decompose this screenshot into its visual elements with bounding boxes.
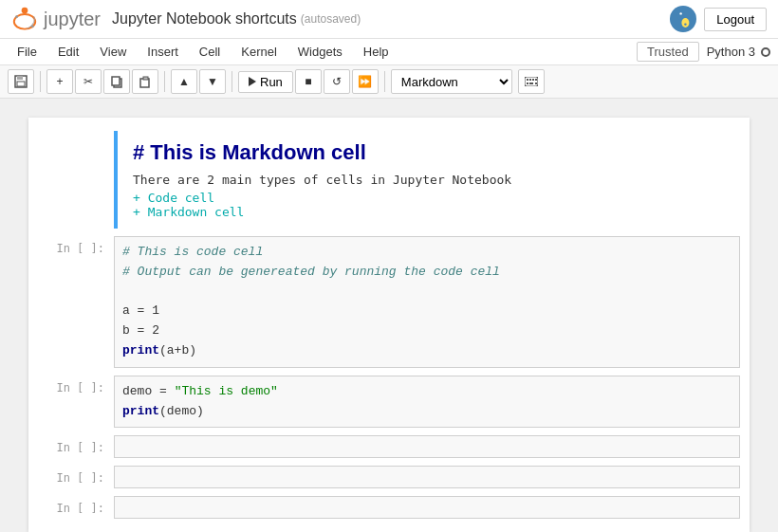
code-line-comment-2: # Output can be genereated by running th… xyxy=(122,263,732,283)
markdown-link-1: + Code cell xyxy=(133,191,725,205)
keyboard-shortcuts-button[interactable] xyxy=(518,69,545,94)
notebook-container: # This is Markdown cell There are 2 main… xyxy=(0,99,778,532)
restart-run-all-button[interactable]: ⏩ xyxy=(352,69,379,94)
keyword-print-2: print xyxy=(122,404,159,418)
keyword-print: print xyxy=(122,343,159,358)
kernel-name: Python 3 xyxy=(707,45,755,59)
markdown-body-text: There are 2 main types of cells in Jupyt… xyxy=(133,173,725,187)
toolbar-sep-4 xyxy=(384,71,385,92)
run-button[interactable]: Run xyxy=(238,71,293,93)
menu-cell[interactable]: Cell xyxy=(190,41,230,63)
cell-type-select[interactable]: Markdown Code Raw NBConvert Heading xyxy=(391,69,512,94)
svg-rect-10 xyxy=(17,76,23,80)
toolbar: + ✂ ▲ ▼ Run ■ ↺ ⏩ Markdown Code Raw NBCo… xyxy=(0,65,778,99)
copy-cell-button[interactable] xyxy=(103,69,130,94)
svg-rect-13 xyxy=(112,77,120,85)
move-cell-down-button[interactable]: ▼ xyxy=(199,69,226,94)
move-cell-up-button[interactable]: ▲ xyxy=(171,69,197,94)
autosaved-label: (autosaved) xyxy=(301,12,361,26)
svg-rect-19 xyxy=(532,79,534,81)
code-cell-1: In [ ]: # This is code cell # Output can… xyxy=(28,232,750,372)
kernel-circle-icon xyxy=(761,47,770,57)
code-cell-3: In [ ]: xyxy=(28,431,750,462)
toolbar-sep-2 xyxy=(164,71,165,92)
code-line-print-2: print(demo) xyxy=(122,402,732,422)
print-args-2: (demo) xyxy=(159,404,204,418)
logout-button[interactable]: Logout xyxy=(704,8,767,31)
svg-rect-11 xyxy=(17,82,25,86)
svg-rect-20 xyxy=(535,79,537,81)
restart-kernel-button[interactable]: ↺ xyxy=(324,69,350,94)
run-triangle-icon xyxy=(249,77,256,86)
kernel-status: Python 3 xyxy=(707,45,770,59)
code-cell-4: In [ ]: xyxy=(28,462,750,492)
jupyter-wordmark: jupyter xyxy=(44,9,101,30)
menu-bar: File Edit View Insert Cell Kernel Widget… xyxy=(0,39,778,65)
code-content-4[interactable] xyxy=(114,466,740,488)
code-var-demo: demo xyxy=(122,384,159,398)
menu-edit[interactable]: Edit xyxy=(48,41,88,63)
svg-point-6 xyxy=(682,18,690,28)
svg-point-0 xyxy=(22,8,28,14)
add-cell-button[interactable]: + xyxy=(46,69,73,94)
code-line-print-1: print(a+b) xyxy=(122,341,732,361)
jupyter-logo-icon xyxy=(11,6,38,32)
menu-insert[interactable]: Insert xyxy=(138,41,188,63)
print-args-1: (a+b) xyxy=(159,343,196,358)
svg-rect-16 xyxy=(525,77,538,86)
jupyter-logo: jupyter xyxy=(11,6,101,32)
markdown-prompt xyxy=(28,131,114,137)
cut-cell-button[interactable]: ✂ xyxy=(75,69,102,94)
code-line-blank-1 xyxy=(122,283,732,303)
notebook-inner: # This is Markdown cell There are 2 main… xyxy=(28,118,750,532)
code-content-5[interactable] xyxy=(114,496,740,519)
svg-rect-17 xyxy=(527,79,528,81)
code-content-1[interactable]: # This is code cell # Output can be gene… xyxy=(114,236,740,368)
top-navbar: jupyter Jupyter Notebook shortcuts (auto… xyxy=(0,0,778,39)
svg-rect-15 xyxy=(143,77,148,80)
markdown-link-2: + Markdown cell xyxy=(133,205,725,219)
code-line-comment-1: # This is code cell xyxy=(122,243,732,263)
menu-view[interactable]: View xyxy=(90,41,136,63)
run-label: Run xyxy=(260,75,283,89)
string-demo: "This is demo" xyxy=(175,384,278,398)
svg-rect-18 xyxy=(529,79,531,81)
notebook-title: Jupyter Notebook shortcuts xyxy=(112,10,297,28)
python-logo xyxy=(670,6,696,32)
svg-point-8 xyxy=(684,23,686,25)
code-prompt-5: In [ ]: xyxy=(28,496,114,515)
markdown-h1: # This is Markdown cell xyxy=(133,140,725,165)
menu-widgets[interactable]: Widgets xyxy=(288,41,352,63)
svg-point-3 xyxy=(15,15,18,18)
svg-point-4 xyxy=(31,25,34,28)
code-line-a: a = 1 xyxy=(122,302,732,321)
toolbar-sep-3 xyxy=(232,71,232,92)
menu-help[interactable]: Help xyxy=(354,41,398,63)
svg-rect-22 xyxy=(529,83,533,84)
svg-point-5 xyxy=(677,10,685,20)
code-cell-5: In [ ]: xyxy=(28,492,750,523)
interrupt-kernel-button[interactable]: ■ xyxy=(295,69,322,94)
code-content-3[interactable] xyxy=(114,435,740,458)
code-prompt-1: In [ ]: xyxy=(28,236,114,255)
code-cell-2: In [ ]: demo = "This is demo" print(demo… xyxy=(28,372,750,432)
top-navbar-right: Logout xyxy=(670,6,767,32)
toolbar-sep-1 xyxy=(40,71,41,92)
markdown-cell-1: # This is Markdown cell There are 2 main… xyxy=(28,127,750,232)
code-content-2[interactable]: demo = "This is demo" print(demo) xyxy=(114,376,740,429)
menu-file[interactable]: File xyxy=(8,41,46,63)
svg-rect-21 xyxy=(527,83,528,84)
paste-cell-button[interactable] xyxy=(132,69,158,94)
code-prompt-4: In [ ]: xyxy=(28,466,114,485)
menu-right: Trusted Python 3 xyxy=(637,42,770,62)
save-button[interactable] xyxy=(8,69,34,94)
trusted-badge[interactable]: Trusted xyxy=(637,42,699,62)
menu-kernel[interactable]: Kernel xyxy=(232,41,287,63)
code-line-demo: demo = "This is demo" xyxy=(122,382,732,402)
svg-rect-23 xyxy=(535,83,537,84)
code-line-b: b = 2 xyxy=(122,321,732,341)
code-prompt-3: In [ ]: xyxy=(28,435,114,454)
svg-point-7 xyxy=(680,12,682,14)
code-prompt-2: In [ ]: xyxy=(28,376,114,394)
markdown-content[interactable]: # This is Markdown cell There are 2 main… xyxy=(114,131,740,229)
